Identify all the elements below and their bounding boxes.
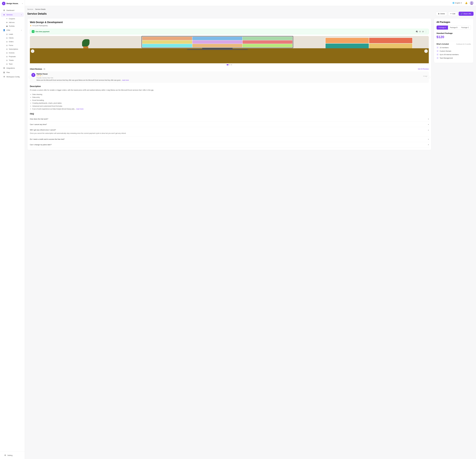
faq-chevron-4: ▾ <box>428 138 429 140</box>
sidebar: D Design House. ▾ ⊞ Dashboard ◈ Services… <box>0 0 25 459</box>
see-all-reviews-link[interactable]: Sell All Reviews <box>418 68 429 70</box>
delete-button[interactable]: 🗑 Delete <box>436 12 447 16</box>
carousel-prev-button[interactable]: ‹ <box>31 49 34 53</box>
logo-chevron-icon: ▾ <box>22 3 23 4</box>
sidebar-item-tickets[interactable]: ◎ Tickets <box>1 58 24 62</box>
desk-scene <box>30 36 429 63</box>
mood-cell-3 <box>325 44 369 49</box>
sidebar-item-setting[interactable]: ⚙ Setting <box>2 453 23 457</box>
package-tab-a[interactable]: Package A <box>437 26 448 30</box>
package-tab-c[interactable]: Package C <box>459 26 471 30</box>
sidebar-item-files[interactable]: ▤ Files <box>1 70 24 74</box>
sidebar-item-team[interactable]: ◎ Team <box>1 62 24 66</box>
sidebar-item-subscriptions[interactable]: ◎ Subscriptions <box>1 47 24 51</box>
carousel-next-button[interactable]: › <box>424 49 428 53</box>
star-3: ★ <box>40 75 41 77</box>
monitor-base <box>187 49 248 50</box>
orders-icon: ◎ <box>6 41 8 43</box>
sidebar-item-dashboard[interactable]: ⊞ Dashboard <box>1 8 24 12</box>
breadcrumb-current: Service Details <box>35 9 45 10</box>
faq-question-4[interactable]: Do I need a credit card to access the fr… <box>30 138 429 140</box>
package-tab-b[interactable]: Package B <box>448 26 459 30</box>
more-options-icon[interactable]: ⋮ <box>425 30 427 33</box>
sidebar-item-crm[interactable]: 👤 CRM ▾ <box>1 28 24 32</box>
review-next-button[interactable]: › <box>427 76 430 79</box>
faq-q-text-2: Can I cancel any time? <box>30 124 47 125</box>
faq-chevron-5: ▾ <box>428 144 429 146</box>
sidebar-logo[interactable]: D Design House. ▾ <box>0 0 25 7</box>
payment-label: $ One time payment <box>32 30 50 33</box>
faq-question-5[interactable]: Can I change my plans later? ▾ <box>30 144 429 146</box>
grid-icon[interactable]: ⊞ <box>419 30 421 33</box>
faq-question-2[interactable]: Can I cancel any time? ▾ <box>30 124 429 125</box>
star-1: ★ <box>37 75 38 77</box>
sidebar-item-services[interactable]: ◈ Services ▾ <box>1 13 24 17</box>
sidebar-item-leads[interactable]: ◎ Leads <box>1 32 24 36</box>
coupons-icon: ✂ <box>6 18 8 20</box>
description-read-more-link[interactable]: read more <box>76 108 84 110</box>
app-name: Design House. <box>7 2 18 4</box>
carousel-dot-2[interactable] <box>229 64 230 65</box>
carousel-dot-3[interactable] <box>231 64 232 65</box>
addons-icon: ⊕ <box>6 21 8 23</box>
reviewer-avatar: R <box>31 73 35 77</box>
list-item: Excel formatting <box>32 99 429 102</box>
sidebar-item-proposals[interactable]: ◎ Proposals <box>1 55 24 58</box>
language-selector[interactable]: 🌐 English ▾ <box>451 1 463 4</box>
list-item: Data entry <box>32 96 429 99</box>
sidebar-item-label: Portfolio <box>9 25 15 27</box>
packages-card: All Packages Package A Package B Package… <box>434 18 474 63</box>
check-icon-4: ✓ <box>436 57 439 59</box>
breadcrumb: Services › Service Details <box>27 9 474 10</box>
description-list: Data cleaning Data entry Excel formattin… <box>30 93 429 110</box>
edit-button[interactable]: ✏ Edit <box>448 12 457 16</box>
faq-item-5: Can I change my plans later? ▾ <box>30 142 429 148</box>
review-prev-button[interactable]: ‹ <box>29 76 32 79</box>
sidebar-item-coupons[interactable]: ✂ Coupons <box>1 17 24 20</box>
svg-point-1 <box>471 2 472 3</box>
share-icon: 🔗 <box>461 13 463 15</box>
reviewer-name: Rakibul Hasan <box>37 73 48 75</box>
sidebar-item-clients[interactable]: ◎ Clients <box>1 36 24 40</box>
avatar-image <box>470 1 474 5</box>
sidebar-item-label: Services <box>7 14 13 16</box>
portfolio-icon: ▣ <box>6 25 8 27</box>
share-url-button[interactable]: 🔗 Share URL <box>459 12 474 16</box>
breadcrumb-services-link[interactable]: Services <box>27 9 33 10</box>
sidebar-item-label: Dashboard <box>7 9 14 11</box>
sidebar-item-invoices[interactable]: ◎ Invoices <box>1 51 24 55</box>
sidebar-item-label: Team <box>9 63 13 65</box>
feature-text-4: Task Management <box>440 57 453 59</box>
tickets-icon: ◎ <box>6 59 8 61</box>
faq-item-2: Can I cancel any time? ▾ <box>30 122 429 127</box>
sidebar-item-forms[interactable]: ◎ Forms <box>1 44 24 47</box>
package-divider <box>436 41 471 41</box>
files-icon: ▤ <box>3 71 5 73</box>
hide-icon[interactable]: 👁‍🗨 <box>416 30 418 33</box>
faq-q-text-3: Will I get any refund once I cancel? <box>30 129 56 131</box>
sidebar-item-workspace-config[interactable]: ⚙ Workspace Config <box>1 75 24 79</box>
mood-cell-1 <box>325 38 369 43</box>
review-item: R Rakibul Hasan ★ ★ ★ <box>30 71 429 83</box>
faq-question-1[interactable]: How does the trial work? ▾ <box>30 118 429 120</box>
sidebar-item-label: Setting <box>8 454 12 456</box>
carousel-dot-1[interactable] <box>227 64 229 65</box>
sidebar-item-orders[interactable]: ◎ Orders <box>1 40 24 44</box>
package-feature-1: ✓ 15 members <box>436 46 471 49</box>
notification-bell[interactable]: 🔔 <box>464 1 468 5</box>
package-name: Standard Package <box>436 32 471 34</box>
star-4: ☆ <box>41 75 43 77</box>
sidebar-item-label: Invoices <box>9 52 15 54</box>
sidebar-item-integrations[interactable]: ⊞ Integrations <box>1 66 24 70</box>
clients-icon: ◎ <box>6 37 8 39</box>
review-read-more-link[interactable]: read more <box>122 79 129 81</box>
description-text: I'll create a custom offer for smaller o… <box>30 89 429 91</box>
sidebar-item-addons[interactable]: ⊕ Add-ons <box>1 21 24 24</box>
carousel-dots <box>30 63 429 66</box>
faq-q-text-1: How does the trial work? <box>30 118 48 120</box>
image-carousel: ‹ › <box>30 36 429 66</box>
sidebar-item-portfolio[interactable]: ▣ Portfolio <box>1 24 24 28</box>
user-avatar[interactable] <box>470 1 474 5</box>
faq-question-3[interactable]: Will I get any refund once I cancel? ▴ <box>30 129 429 131</box>
review-date: 1d ago <box>423 75 427 77</box>
